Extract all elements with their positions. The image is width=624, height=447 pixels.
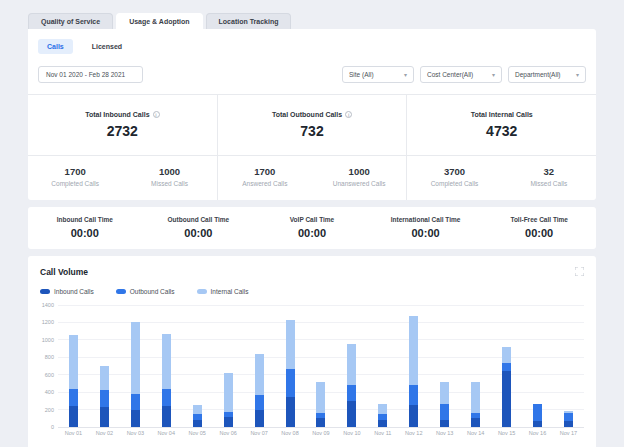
bar-segment-internal-calls: [378, 404, 387, 414]
bar-nov-07[interactable]: [255, 354, 264, 427]
y-tick-label: 200: [45, 407, 54, 413]
bar-nov-16[interactable]: [533, 404, 542, 427]
substat: 1700Answered Calls: [218, 166, 312, 187]
bar-nov-02[interactable]: [100, 366, 109, 427]
substat-label: Missed Calls: [122, 180, 216, 187]
chart-bars: [58, 305, 584, 427]
bar-nov-01[interactable]: [69, 335, 78, 427]
x-tick-label: Nov 14: [460, 430, 491, 436]
bar-segment-inbound-calls: [440, 420, 449, 427]
legend-label: Outbound Calls: [130, 288, 175, 295]
substat-label: Completed Calls: [28, 180, 122, 187]
bar-segment-internal-calls: [162, 334, 171, 389]
call-time-cell: International Call Time00:00: [369, 216, 483, 239]
bar-nov-09[interactable]: [316, 382, 325, 427]
bar-segment-internal-calls: [502, 347, 511, 364]
tab-quality-of-service[interactable]: Quality of Service: [28, 13, 113, 29]
date-range-input[interactable]: Nov 01 2020 - Feb 28 2021: [38, 66, 143, 83]
substat: 1000Unanswered Calls: [312, 166, 406, 187]
stat-card-title: Total Inbound Callsi: [85, 111, 159, 118]
bar-nov-13[interactable]: [440, 382, 449, 427]
substat-value: 3700: [407, 166, 501, 177]
bar-segment-inbound-calls: [564, 421, 573, 427]
bar-nov-12[interactable]: [409, 316, 418, 427]
x-tick-label: Nov 04: [151, 430, 182, 436]
legend-chip: [197, 289, 207, 294]
bar-segment-outbound-calls: [440, 404, 449, 420]
call-time-label: Toll-Free Call Time: [482, 216, 596, 223]
legend-item-internal-calls[interactable]: Internal Calls: [197, 288, 249, 295]
bar-nov-10[interactable]: [347, 344, 356, 427]
bar-nov-14[interactable]: [471, 382, 480, 427]
subtab-licensed[interactable]: Licensed: [83, 39, 131, 54]
bar-slot: [460, 305, 491, 427]
substat-label: Missed Calls: [502, 180, 596, 187]
bar-slot: [151, 305, 182, 427]
bar-segment-outbound-calls: [564, 413, 573, 421]
bar-nov-15[interactable]: [502, 347, 511, 427]
expand-icon[interactable]: [575, 267, 584, 276]
stat-title-text: Total Outbound Calls: [272, 111, 342, 118]
bar-nov-06[interactable]: [224, 373, 233, 427]
bar-nov-17[interactable]: [564, 411, 573, 427]
legend-item-outbound-calls[interactable]: Outbound Calls: [116, 288, 175, 295]
x-tick-label: Nov 10: [336, 430, 367, 436]
x-tick-label: Nov 05: [182, 430, 213, 436]
bar-slot: [553, 305, 584, 427]
x-tick-label: Nov 01: [58, 430, 89, 436]
y-tick-label: 800: [45, 354, 54, 360]
bar-nov-03[interactable]: [131, 322, 140, 427]
x-tick-label: Nov 13: [429, 430, 460, 436]
info-icon[interactable]: i: [345, 111, 352, 118]
bar-segment-internal-calls: [100, 366, 109, 390]
bar-slot: [367, 305, 398, 427]
y-tick-label: 1200: [42, 319, 54, 325]
dropdown-cost-center-all-[interactable]: Cost Center(All)▾: [420, 66, 502, 83]
info-icon[interactable]: i: [153, 111, 160, 118]
bar-nov-04[interactable]: [162, 334, 171, 427]
bar-slot: [182, 305, 213, 427]
bar-segment-internal-calls: [471, 382, 480, 413]
stat-card-title: Total Outbound Callsi: [272, 111, 352, 118]
call-time-label: Inbound Call Time: [28, 216, 142, 223]
bar-nov-05[interactable]: [193, 405, 202, 427]
substat: 1700Completed Calls: [28, 166, 122, 187]
chart-plot: [58, 305, 584, 427]
bar-slot: [58, 305, 89, 427]
x-tick-label: Nov 06: [213, 430, 244, 436]
x-tick-label: Nov 17: [553, 430, 584, 436]
bar-segment-inbound-calls: [162, 406, 171, 427]
x-tick-label: Nov 03: [120, 430, 151, 436]
bar-nov-11[interactable]: [378, 404, 387, 427]
stat-card: Total Inbound Callsi27321700Completed Ca…: [28, 95, 217, 200]
bar-slot: [336, 305, 367, 427]
filter-dropdowns: Site (All)▾Cost Center(All)▾Department(A…: [342, 66, 586, 83]
x-tick-label: Nov 07: [244, 430, 275, 436]
bar-slot: [244, 305, 275, 427]
bar-segment-outbound-calls: [69, 389, 78, 406]
dropdown-department-all-[interactable]: Department(All)▾: [508, 66, 586, 83]
call-time-cell: Toll-Free Call Time00:00: [482, 216, 596, 239]
tab-location-tracking[interactable]: Location Tracking: [206, 13, 292, 29]
dropdown-site-all-[interactable]: Site (All)▾: [342, 66, 414, 83]
bar-segment-internal-calls: [69, 335, 78, 389]
chart-title: Call Volume: [40, 267, 584, 277]
legend-chip: [116, 289, 126, 294]
substat-value: 32: [502, 166, 596, 177]
stat-card-title: Total Internal Calls: [471, 111, 533, 118]
tab-usage-adoption[interactable]: Usage & Adoption: [116, 13, 202, 29]
bar-segment-internal-calls: [131, 322, 140, 393]
bar-segment-internal-calls: [286, 320, 295, 369]
call-time-value: 00:00: [28, 227, 142, 239]
legend-item-inbound-calls[interactable]: Inbound Calls: [40, 288, 94, 295]
bar-segment-inbound-calls: [131, 410, 140, 427]
x-tick-label: Nov 15: [491, 430, 522, 436]
bar-nov-08[interactable]: [286, 320, 295, 427]
bar-slot: [398, 305, 429, 427]
filter-row: Nov 01 2020 - Feb 28 2021 Site (All)▾Cos…: [28, 54, 596, 94]
bar-segment-inbound-calls: [409, 405, 418, 427]
bar-segment-inbound-calls: [286, 397, 295, 427]
bar-segment-internal-calls: [224, 373, 233, 412]
call-volume-card: Call Volume Inbound CallsOutbound CallsI…: [28, 256, 596, 447]
subtab-calls[interactable]: Calls: [38, 39, 73, 54]
